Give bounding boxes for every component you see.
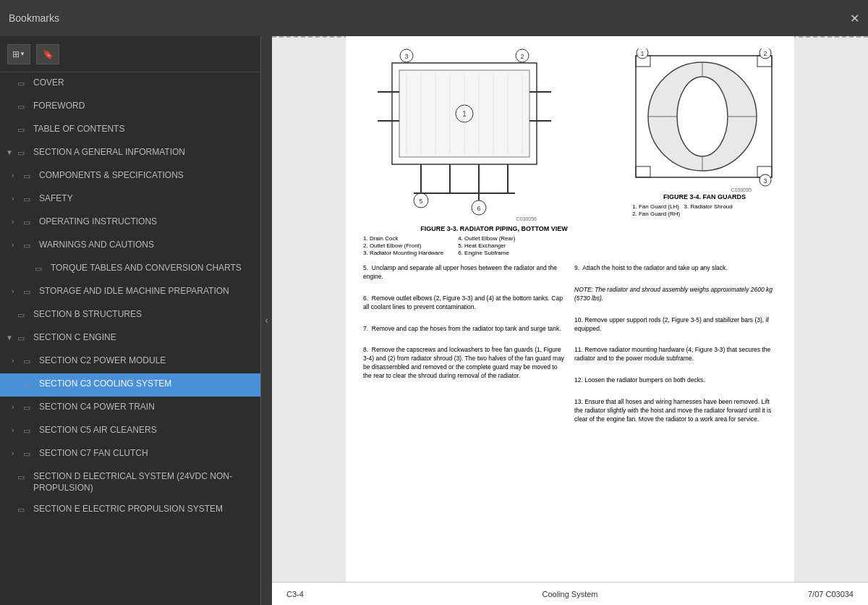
fig3-label-2: 2. Outlet Elbow (Front)	[363, 242, 443, 249]
sidebar-item-toc[interactable]: ▭TABLE OF CONTENTS	[0, 119, 260, 142]
bookmark-icon: ▭	[23, 194, 35, 204]
sidebar-item-sec-c3[interactable]: ›▭SECTION C3 COOLING SYSTEM	[0, 373, 260, 397]
sidebar-item-label: SECTION C5 AIR CLEANERS	[39, 425, 255, 436]
step-6: 6. Remove outlet elbows (2, Figure 3-3) …	[363, 295, 566, 312]
sidebar-item-sec-e[interactable]: ▭SECTION E ELECTRIC PROPULSION SYSTEM	[0, 499, 260, 522]
step-13: 13. Ensure that all hoses and wiring har…	[574, 398, 777, 424]
chevron-left-icon: ‹	[265, 316, 268, 326]
sidebar-nav-list: ▭COVER▭FOREWORD▭TABLE OF CONTENTS▼▭SECTI…	[0, 72, 260, 605]
bookmark-icon: ▭	[17, 472, 29, 482]
fig4-caption: FIGURE 3-4. FAN GUARDS	[632, 193, 777, 200]
step-text-area: 5. Unclamp and separate all upper hoses …	[363, 264, 777, 424]
close-button[interactable]: ✕	[850, 12, 859, 25]
sidebar-item-label: SECTION B STRUCTURES	[33, 309, 255, 321]
step-10: 10. Remove upper support rods (2, Figure…	[574, 316, 777, 334]
bookmark-icon: ▭	[35, 263, 46, 274]
svg-text:5: 5	[419, 198, 422, 205]
fig3-diagram: 1 5 6 3 2	[363, 48, 625, 258]
footer-page-num: C3-4	[286, 590, 475, 598]
bookmark-icon: ▭	[23, 449, 35, 459]
fig3-label-5: 5. Heat Exchanger	[458, 242, 515, 249]
chevron-icon: ›	[12, 194, 22, 203]
sidebar-item-label: OPERATING INSTRUCTIONS	[39, 216, 255, 228]
sidebar-item-operating[interactable]: ›▭OPERATING INSTRUCTIONS	[0, 211, 260, 234]
bookmark-icon: ▭	[17, 78, 29, 88]
chevron-icon: ›	[12, 217, 22, 227]
bookmark-icon: ▭	[23, 426, 35, 436]
document-page: 1 5 6 3 2	[272, 36, 868, 582]
note-weight: NOTE: The radiator and shroud assembly w…	[574, 286, 777, 303]
step-11: 11. Remove radiator mounting hardware (4…	[574, 346, 777, 363]
sidebar-item-sec-c4[interactable]: ›▭SECTION C4 POWER TRAIN	[0, 397, 260, 420]
top-bar-title: Bookmarks	[9, 12, 843, 24]
footer-section-name: Cooling System	[475, 590, 664, 598]
fig4-labels: 1. Fan Guard (LH) 3. Radiator Shroud 2. …	[632, 203, 777, 217]
svg-text:C030095: C030095	[731, 187, 752, 192]
sidebar-item-label: STORAGE AND IDLE MACHINE PREPARATION	[39, 286, 255, 297]
svg-text:2: 2	[763, 50, 767, 57]
bookmark-icon: ▭	[17, 101, 29, 111]
diagram-area: 1 5 6 3 2	[363, 48, 777, 258]
sidebar-toolbar: ⊞ ▼ 🔖	[0, 36, 260, 72]
view-mode-button[interactable]: ⊞ ▼	[7, 44, 30, 64]
sidebar-item-label: SECTION E ELECTRIC PROPULSION SYSTEM	[33, 504, 255, 515]
bookmark-icon: ▭	[17, 148, 29, 158]
svg-rect-40	[636, 166, 650, 177]
sidebar-item-safety[interactable]: ›▭SAFETY	[0, 188, 260, 211]
step-9: 9. Attach the hoist to the radiator and …	[574, 264, 777, 273]
sidebar-item-sec-a[interactable]: ▼▭SECTION A GENERAL INFORMATION	[0, 142, 260, 165]
svg-text:C030056: C030056	[516, 216, 537, 221]
fig3-labels: 1. Drain Cock 2. Outlet Elbow (Front) 3.…	[363, 235, 625, 258]
sidebar-item-label: SECTION C3 COOLING SYSTEM	[39, 378, 255, 390]
svg-text:2: 2	[520, 53, 524, 60]
bookmark-icon: ▭	[17, 310, 29, 320]
sidebar-item-sec-c[interactable]: ▼▭SECTION C ENGINE	[0, 327, 260, 350]
fig3-label-3: 3. Radiator Mounting Hardware	[363, 250, 443, 256]
sidebar-item-warnings[interactable]: ›▭WARNINGS AND CAUTIONS	[0, 234, 260, 258]
chevron-icon: ›	[12, 356, 22, 365]
sidebar-item-cover[interactable]: ▭COVER	[0, 72, 260, 96]
sidebar-item-torque[interactable]: ▭TORQUE TABLES AND CONVERSION CHARTS	[0, 258, 260, 281]
sidebar-item-label: SECTION C2 POWER MODULE	[39, 355, 255, 367]
bookmark-button[interactable]: 🔖	[36, 44, 59, 64]
sidebar-item-label: SECTION C7 FAN CLUTCH	[39, 448, 255, 460]
svg-text:3: 3	[763, 177, 767, 185]
svg-text:1: 1	[640, 50, 644, 57]
svg-text:3: 3	[404, 53, 408, 60]
sidebar-collapse-arrow[interactable]: ‹	[260, 36, 272, 605]
grid-icon: ⊞	[12, 49, 20, 59]
step-8: 8. Remove the capscrews and lockwashers …	[363, 346, 566, 381]
sidebar-item-sec-c5[interactable]: ›▭SECTION C5 AIR CLEANERS	[0, 420, 260, 443]
fig3-label-6: 6. Engine Subframe	[458, 250, 515, 256]
sidebar-item-storage[interactable]: ›▭STORAGE AND IDLE MACHINE PREPARATION	[0, 281, 260, 304]
sidebar-item-sec-b[interactable]: ▭SECTION B STRUCTURES	[0, 304, 260, 327]
sidebar-item-comp-spec[interactable]: ›▭COMPONENTS & SPECIFICATIONS	[0, 165, 260, 188]
chevron-icon: ▼	[6, 333, 16, 342]
sidebar-item-label: TORQUE TABLES AND CONVERSION CHARTS	[51, 263, 255, 274]
sidebar: ⊞ ▼ 🔖 ▭COVER▭FOREWORD▭TABLE OF CONTENTS▼…	[0, 36, 260, 605]
sidebar-item-label: SECTION C ENGINE	[33, 332, 255, 344]
sidebar-item-label: SECTION A GENERAL INFORMATION	[33, 147, 255, 158]
top-bar: Bookmarks ✕	[0, 0, 868, 36]
bookmark-icon: ▭	[23, 217, 35, 227]
fig3-label-4: 4. Outlet Elbow (Rear)	[458, 235, 515, 242]
bookmark-icon: 🔖	[43, 49, 54, 59]
chevron-icon: ›	[12, 379, 22, 389]
sidebar-item-sec-d[interactable]: ▭SECTION D ELECTRICAL SYSTEM (24VDC NON-…	[0, 466, 260, 499]
sidebar-item-sec-c7[interactable]: ›▭SECTION C7 FAN CLUTCH	[0, 443, 260, 466]
sidebar-item-sec-c2[interactable]: ›▭SECTION C2 POWER MODULE	[0, 350, 260, 373]
bookmark-icon: ▭	[17, 124, 29, 135]
sidebar-item-label: WARNINGS AND CAUTIONS	[39, 240, 255, 251]
chevron-icon: ›	[12, 426, 22, 435]
sidebar-item-label: COMPONENTS & SPECIFICATIONS	[39, 170, 255, 182]
sidebar-item-label: SECTION D ELECTRICAL SYSTEM (24VDC NON-P…	[33, 471, 255, 494]
sidebar-item-label: FOREWORD	[33, 101, 255, 112]
chevron-down-icon: ▼	[20, 51, 25, 57]
sidebar-item-label: SAFETY	[39, 193, 255, 205]
steps-col-left: 5. Unclamp and separate all upper hoses …	[363, 264, 566, 424]
bookmark-icon: ▭	[23, 240, 35, 250]
bookmark-icon: ▭	[23, 356, 35, 366]
sidebar-item-foreword[interactable]: ▭FOREWORD	[0, 96, 260, 119]
chevron-icon: ▼	[6, 148, 16, 157]
steps-col-right: 9. Attach the hoist to the radiator and …	[574, 264, 777, 424]
